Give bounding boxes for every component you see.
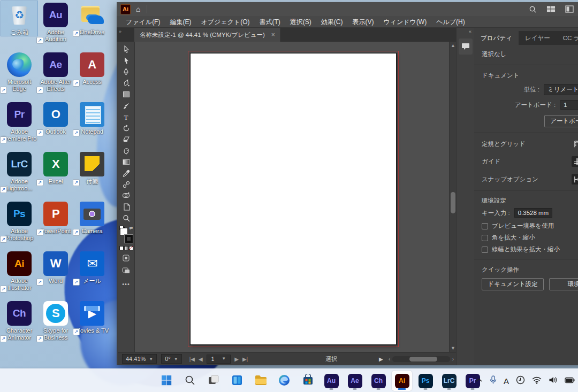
- type-tool[interactable]: T: [120, 111, 133, 122]
- desktop-icon-adobe-photoshop[interactable]: Ps↗Adobe Photoshop: [1, 200, 37, 242]
- none-button[interactable]: [129, 246, 133, 250]
- close-tab-icon[interactable]: ×: [271, 31, 275, 39]
- taskbar-search-button[interactable]: [180, 371, 200, 391]
- desktop-icon-character-animator[interactable]: Ch↗Character Animator: [1, 299, 37, 341]
- comments-panel-button[interactable]: [459, 39, 473, 55]
- unit-dropdown[interactable]: ミリメートル ▼: [544, 84, 578, 95]
- desktop-icon-word[interactable]: W↗Word: [37, 250, 74, 285]
- taskbar-microsoft-store-button[interactable]: [298, 371, 318, 391]
- desktop-icon-adobe-premiere-pro[interactable]: Pr↗Adobe Premiere Pro: [1, 101, 37, 142]
- taskbar-widgets-button[interactable]: [227, 371, 247, 391]
- vertical-scrollbar-thumb[interactable]: [451, 192, 455, 213]
- arrange-documents-icon[interactable]: [565, 5, 574, 13]
- menu-f[interactable]: ファイル(F): [121, 16, 165, 28]
- key-input-field[interactable]: 0.3528 mm: [514, 208, 553, 218]
- snap-to-point-icon[interactable]: [572, 174, 578, 185]
- first-artboard-icon[interactable]: |◀: [189, 356, 195, 362]
- pen-tool[interactable]: [120, 66, 133, 78]
- desktop-icon-item[interactable]: ✉↗メール: [74, 250, 110, 285]
- desktop-icon-adobe-after-effects[interactable]: Ae↗Adobe After Effects: [37, 51, 74, 93]
- workspace-switcher-icon[interactable]: [546, 5, 556, 13]
- tab-cc-libraries[interactable]: CC ライブラリ: [557, 31, 578, 45]
- taskbar-audition-button[interactable]: Au: [321, 371, 341, 391]
- blend-tool[interactable]: [120, 179, 133, 190]
- desktop-icon-adobe-illustrator[interactable]: Ai↗Adobe Illustrator: [1, 250, 37, 291]
- taskbar-after-effects-button[interactable]: Ae: [345, 371, 365, 391]
- tab-layers[interactable]: レイヤー: [519, 31, 557, 45]
- taskbar-start-button[interactable]: [156, 371, 177, 391]
- menu-c[interactable]: 効果(C): [316, 16, 348, 28]
- desktop-icon-movies-tv[interactable]: ▶↗Movies & TV: [74, 299, 110, 334]
- rotate-tool[interactable]: [120, 122, 133, 134]
- scroll-left-icon[interactable]: ‹: [389, 356, 390, 362]
- edit-artboards-button[interactable]: アートボードを編集: [544, 115, 578, 127]
- next-artboard-icon[interactable]: ▶: [234, 356, 239, 362]
- menu-s[interactable]: 選択(S): [285, 16, 316, 28]
- artboard-number-dropdown[interactable]: 1 ▼: [207, 355, 231, 364]
- zoom-tool[interactable]: [120, 212, 133, 224]
- desktop-icon-onedrive[interactable]: ↗OneDrive: [74, 1, 110, 36]
- checkbox-unchecked[interactable]: [482, 223, 488, 229]
- fill-stroke-control[interactable]: ⇄: [119, 227, 133, 243]
- scroll-right-icon[interactable]: ›: [452, 356, 454, 362]
- artboard-tool[interactable]: [120, 201, 133, 212]
- canvas-pasteboard[interactable]: ▲ ▼: [135, 42, 456, 352]
- drawing-mode-button[interactable]: [123, 255, 130, 263]
- taskbar-lightroom-button[interactable]: LrC: [439, 371, 459, 391]
- show-guides-icon[interactable]: [572, 156, 578, 167]
- desktop-icon-item[interactable]: ↗付箋: [74, 150, 110, 185]
- tab-properties[interactable]: プロパティ: [474, 31, 519, 45]
- home-icon[interactable]: ⌂: [136, 5, 140, 13]
- document-setup-button[interactable]: ドキュメント設定: [482, 278, 544, 290]
- desktop-icon-access[interactable]: A↗Access: [74, 51, 110, 86]
- direct-selection-tool[interactable]: [120, 55, 133, 66]
- menu-o[interactable]: オブジェクト(O): [196, 16, 254, 28]
- paintbrush-tool[interactable]: [120, 100, 133, 111]
- last-artboard-icon[interactable]: ▶|: [242, 356, 248, 362]
- zoom-level-dropdown[interactable]: 44.41% ▼: [122, 354, 157, 364]
- taskbar-edge-button[interactable]: [274, 371, 294, 391]
- desktop-icon-adobe-audition[interactable]: Au↗Adobe Audition: [37, 1, 74, 43]
- menu-v[interactable]: 表示(V): [347, 16, 378, 28]
- menu-t[interactable]: 書式(T): [254, 16, 285, 28]
- taskbar-file-explorer-button[interactable]: [250, 371, 271, 391]
- rotate-view-tool[interactable]: [120, 145, 133, 156]
- document-tab[interactable]: 名称未設定-1 @ 44.41 % (CMYK/プレビュー) ×: [134, 28, 281, 42]
- taskbar-character-animator-button[interactable]: Ch: [368, 371, 389, 391]
- swap-fill-stroke-icon[interactable]: ⇄: [130, 226, 133, 230]
- checkbox-unchecked[interactable]: [482, 247, 488, 253]
- taskbar-photoshop-button[interactable]: Ps: [415, 371, 436, 391]
- ime-mode-indicator[interactable]: A: [504, 376, 509, 386]
- toolbar-collapse-icon[interactable]: »: [117, 28, 134, 42]
- desktop-icon-outlook[interactable]: O↗Outlook: [37, 101, 74, 135]
- status-display[interactable]: 選択: [325, 355, 337, 363]
- edit-toolbar-button[interactable]: •••: [122, 281, 130, 287]
- eraser-tool[interactable]: [120, 134, 133, 145]
- horizontal-scrollbar-thumb[interactable]: [409, 357, 437, 362]
- desktop-icon-microsoft-edge[interactable]: ↗Microsoft Edge: [1, 51, 37, 93]
- desktop-icon-notepad[interactable]: ↗Notepad: [74, 101, 110, 135]
- selection-tool[interactable]: [120, 44, 133, 55]
- scroll-down-icon[interactable]: ▼: [450, 344, 456, 352]
- curvature-tool[interactable]: [120, 78, 133, 89]
- shape-builder-tool[interactable]: [120, 190, 133, 201]
- microphone-icon[interactable]: [490, 375, 497, 386]
- preferences-button[interactable]: 環境設定: [549, 278, 578, 290]
- gradient-button[interactable]: [124, 246, 128, 250]
- screen-mode-button[interactable]: [122, 267, 130, 275]
- desktop-icon-excel[interactable]: X↗Excel: [37, 150, 74, 185]
- checkbox-unchecked[interactable]: [482, 235, 488, 241]
- menu-h[interactable]: ヘルプ(H): [431, 16, 470, 28]
- horizontal-scrollbar-track[interactable]: [392, 356, 450, 362]
- desktop-icon-camera[interactable]: ↗Camera: [74, 200, 110, 235]
- previous-artboard-icon[interactable]: ◀: [199, 356, 203, 362]
- stroke-color-swatch[interactable]: [125, 235, 133, 243]
- rectangle-tool[interactable]: [120, 89, 133, 100]
- gradient-tool[interactable]: [120, 156, 133, 167]
- desktop-icon-item[interactable]: ♻ごみ箱: [1, 1, 37, 36]
- artboard[interactable]: [190, 53, 397, 345]
- status-menu-arrow-icon[interactable]: ▶: [379, 356, 383, 362]
- desktop-icon-adobe-lightroo[interactable]: LrC↗Adobe Lightroo...: [1, 150, 37, 192]
- rotation-dropdown[interactable]: 0° ▼: [161, 354, 181, 364]
- volume-icon[interactable]: [549, 376, 558, 386]
